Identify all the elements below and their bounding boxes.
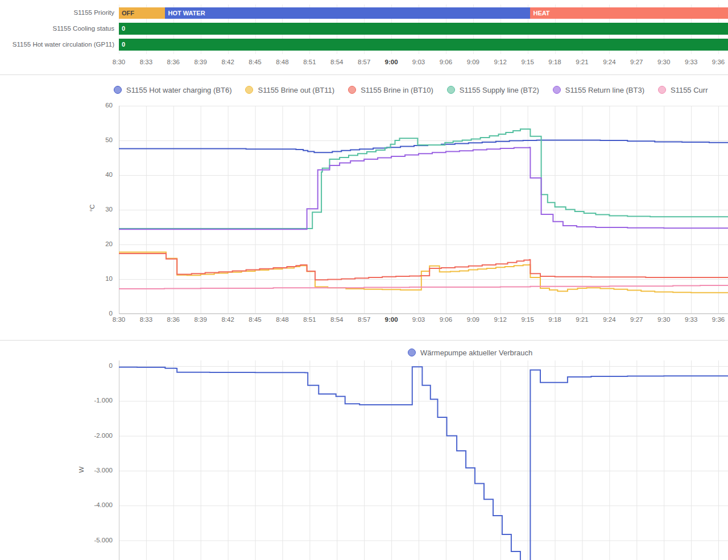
timeline-segment[interactable]: HEAT (530, 7, 728, 19)
legend-marker-icon (114, 86, 122, 94)
legend-item[interactable]: S1155 Supply line (BT2) (447, 86, 539, 94)
timeline-x-axis: 8:308:338:368:398:428:458:488:518:548:57… (0, 59, 728, 69)
x-tick-label: 9:15 (514, 59, 541, 65)
x-tick-label: 8:30 (105, 59, 133, 65)
legend-marker-icon (348, 86, 356, 94)
y-tick-label: 10 (0, 275, 113, 282)
temperature-x-axis: 8:308:338:368:398:428:458:488:518:548:57… (0, 316, 728, 326)
x-tick-label: 9:15 (514, 316, 541, 323)
x-tick-label: 9:12 (487, 316, 514, 323)
x-tick-label: 9:00 (378, 59, 405, 65)
x-tick-label: 8:57 (350, 59, 378, 65)
legend-label: Wärmepumpe aktueller Verbrauch (420, 349, 532, 357)
y-tick-label: 0 (0, 362, 113, 369)
y-tick-label: -1.000 (0, 397, 113, 404)
y-tick-label: 40 (0, 171, 113, 178)
legend-item[interactable]: S1155 Curr (658, 86, 708, 94)
x-tick-label: 8:33 (133, 59, 160, 65)
x-tick-label: 9:33 (677, 316, 705, 323)
timeline-segment[interactable]: 0 (119, 23, 728, 35)
x-tick-label: 9:33 (677, 59, 705, 65)
legend-item[interactable]: S1155 Brine in (BT10) (348, 86, 433, 94)
y-tick-label: -5.000 (0, 537, 113, 544)
x-tick-label: 8:45 (242, 316, 269, 323)
x-tick-label: 9:09 (460, 316, 487, 323)
power-unit-label: W (78, 467, 85, 473)
x-tick-label: 9:36 (705, 59, 728, 65)
legend-marker-icon (447, 86, 455, 94)
legend-marker-icon (658, 86, 666, 94)
temperature-unit-label: °C (89, 205, 96, 212)
x-tick-label: 8:39 (187, 316, 214, 323)
x-tick-label: 9:09 (460, 59, 487, 65)
power-chart-canvas[interactable] (119, 360, 728, 560)
x-tick-label: 9:24 (595, 316, 623, 323)
x-tick-label: 9:03 (405, 316, 432, 323)
legend-label: S1155 Brine in (BT10) (361, 86, 433, 94)
temperature-chart-legend: S1155 Hot water charging (BT6)S1155 Brin… (114, 83, 728, 97)
timeline-row-label: S1155 Hot water circulation (GP11) (0, 41, 114, 48)
x-tick-label: 8:54 (323, 316, 350, 323)
x-tick-label: 8:51 (296, 59, 323, 65)
x-tick-label: 8:54 (323, 59, 350, 65)
timeline-segment[interactable]: 0 (119, 39, 728, 51)
x-tick-label: 8:30 (105, 316, 133, 323)
x-tick-label: 8:42 (214, 316, 242, 323)
x-tick-label: 8:57 (350, 316, 378, 323)
section-divider-2 (0, 340, 728, 341)
timeline-row-label: S1155 Cooling status (0, 25, 114, 32)
legend-label: S1155 Curr (671, 86, 708, 94)
heat-pump-dashboard: { "colors": { "timeline_off": "#efb045",… (0, 0, 728, 560)
x-tick-label: 8:48 (268, 316, 296, 323)
x-tick-label: 8:36 (160, 59, 187, 65)
x-tick-label: 8:39 (187, 59, 214, 65)
legend-marker-icon (245, 86, 253, 94)
power-chart-legend: Wärmepumpe aktueller Verbrauch (408, 346, 728, 359)
x-tick-label: 8:33 (133, 316, 160, 323)
x-tick-label: 9:00 (378, 316, 405, 323)
y-tick-label: 20 (0, 240, 113, 247)
section-divider (0, 74, 728, 75)
legend-item[interactable]: S1155 Brine out (BT11) (245, 86, 334, 94)
legend-label: S1155 Return line (BT3) (565, 86, 644, 94)
timeline-segment[interactable]: OFF (119, 7, 165, 19)
x-tick-label: 9:18 (541, 59, 569, 65)
legend-marker-icon (408, 349, 416, 356)
x-tick-label: 9:12 (487, 59, 514, 65)
x-tick-label: 9:27 (623, 316, 650, 323)
x-tick-label: 8:48 (268, 59, 296, 65)
legend-item[interactable]: S1155 Hot water charging (BT6) (114, 86, 231, 94)
x-tick-label: 8:42 (214, 59, 242, 65)
legend-item[interactable]: S1155 Return line (BT3) (553, 86, 644, 94)
x-tick-label: 8:45 (242, 59, 269, 65)
y-tick-label: -4.000 (0, 501, 113, 508)
x-tick-label: 9:24 (595, 59, 623, 65)
legend-label: S1155 Hot water charging (BT6) (126, 86, 231, 94)
temperature-chart-canvas[interactable] (119, 106, 728, 314)
y-tick-label: -3.000 (0, 467, 113, 474)
y-tick-label: 60 (0, 102, 113, 109)
legend-item[interactable]: Wärmepumpe aktueller Verbrauch (408, 349, 532, 357)
legend-marker-icon (553, 86, 561, 94)
x-tick-label: 9:18 (541, 316, 569, 323)
y-tick-label: -2.000 (0, 432, 113, 439)
x-tick-label: 9:06 (432, 316, 460, 323)
x-tick-label: 9:06 (432, 59, 460, 65)
x-tick-label: 9:21 (568, 316, 595, 323)
x-tick-label: 9:27 (623, 59, 650, 65)
legend-label: S1155 Brine out (BT11) (258, 86, 334, 94)
x-tick-label: 9:03 (405, 59, 432, 65)
y-tick-label: 50 (0, 136, 113, 143)
x-tick-label: 8:51 (296, 316, 323, 323)
x-tick-label: 9:30 (650, 316, 677, 323)
x-tick-label: 8:36 (160, 316, 187, 323)
x-tick-label: 9:30 (650, 59, 677, 65)
legend-label: S1155 Supply line (BT2) (460, 86, 539, 94)
timeline-segment[interactable]: HOT WATER (165, 7, 530, 19)
x-tick-label: 9:36 (705, 316, 728, 323)
timeline-row-label: S1155 Priority (0, 9, 114, 16)
x-tick-label: 9:21 (568, 59, 595, 65)
